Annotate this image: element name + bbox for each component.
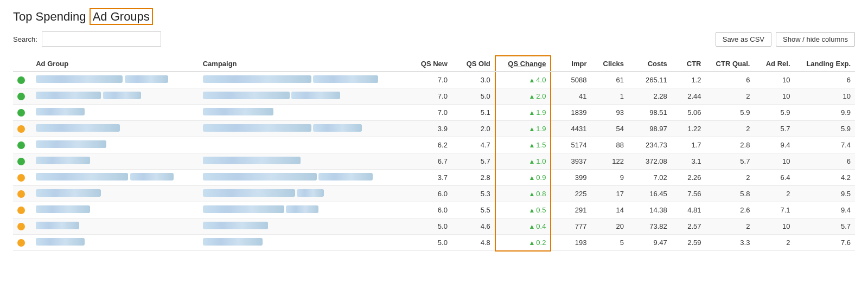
table-row: 6.24.7▲1.5517488234.731.72.89.47.4 <box>13 137 855 153</box>
col-header-ctr: CTR <box>672 56 706 72</box>
status-dot-cell <box>13 218 31 235</box>
ad-group-cell <box>31 170 199 186</box>
ad-rel-cell: 2 <box>754 235 794 251</box>
campaign-cell <box>199 218 409 235</box>
costs-cell: 98.51 <box>628 105 672 121</box>
qs-old-cell: 4.7 <box>452 137 495 153</box>
qs-new-cell: 7.0 <box>409 72 452 88</box>
landing-exp-cell: 5.7 <box>795 218 855 235</box>
table-row: 7.05.0▲2.04112.282.4421010 <box>13 88 855 105</box>
impr-cell: 777 <box>551 218 591 235</box>
ctr-qual-cell: 2.8 <box>705 137 754 153</box>
status-dot <box>17 190 25 198</box>
ad-group-cell <box>31 202 199 218</box>
show-hide-columns-button[interactable]: Show / hide columns <box>776 32 855 47</box>
col-header-campaign: Campaign <box>199 56 409 72</box>
ctr-cell: 2.59 <box>672 235 706 251</box>
col-header-landing-exp: Landing Exp. <box>795 56 855 72</box>
qs-old-cell: 5.5 <box>452 202 495 218</box>
col-header-qs-old: QS Old <box>452 56 495 72</box>
ad-rel-cell: 10 <box>754 218 794 235</box>
col-header-costs: Costs <box>628 56 672 72</box>
table-row: 6.05.5▲0.52911414.384.812.67.19.4 <box>13 202 855 218</box>
status-dot-cell <box>13 235 31 251</box>
impr-cell: 5174 <box>551 137 591 153</box>
ad-group-cell <box>31 235 199 251</box>
save-csv-button[interactable]: Save as CSV <box>716 32 771 47</box>
table-row: 6.05.3▲0.82251716.457.565.829.5 <box>13 186 855 202</box>
search-input[interactable] <box>42 31 161 47</box>
clicks-cell: 5 <box>591 235 628 251</box>
table-row: 5.04.8▲0.219359.472.593.327.6 <box>13 235 855 251</box>
qs-change-cell: ▲2.0 <box>495 88 551 105</box>
qs-old-cell: 5.3 <box>452 186 495 202</box>
main-table: Ad Group Campaign QS New QS Old QS Chang… <box>13 55 855 252</box>
landing-exp-cell: 9.9 <box>795 105 855 121</box>
landing-exp-cell: 4.2 <box>795 170 855 186</box>
costs-cell: 234.73 <box>628 137 672 153</box>
status-dot-cell <box>13 105 31 121</box>
costs-cell: 9.47 <box>628 235 672 251</box>
qs-new-cell: 3.9 <box>409 121 452 137</box>
status-dot-cell <box>13 88 31 105</box>
qs-new-cell: 5.0 <box>409 235 452 251</box>
table-row: 6.75.7▲1.03937122372.083.15.7106 <box>13 153 855 170</box>
ctr-qual-cell: 3.3 <box>705 235 754 251</box>
ad-group-cell <box>31 137 199 153</box>
table-row: 7.05.1▲1.918399398.515.065.95.99.9 <box>13 105 855 121</box>
status-dot <box>17 109 25 117</box>
qs-old-cell: 2.8 <box>452 170 495 186</box>
ctr-cell: 7.56 <box>672 186 706 202</box>
ctr-qual-cell: 6 <box>705 72 754 88</box>
qs-old-cell: 3.0 <box>452 72 495 88</box>
landing-exp-cell: 9.5 <box>795 186 855 202</box>
qs-old-cell: 2.0 <box>452 121 495 137</box>
ad-rel-cell: 9.4 <box>754 137 794 153</box>
qs-change-cell: ▲1.5 <box>495 137 551 153</box>
qs-new-cell: 3.7 <box>409 170 452 186</box>
status-dot-cell <box>13 137 31 153</box>
qs-new-cell: 5.0 <box>409 218 452 235</box>
campaign-cell <box>199 170 409 186</box>
ctr-qual-cell: 5.9 <box>705 105 754 121</box>
ctr-cell: 2.57 <box>672 218 706 235</box>
qs-new-cell: 7.0 <box>409 105 452 121</box>
campaign-cell <box>199 235 409 251</box>
ad-rel-cell: 6.4 <box>754 170 794 186</box>
clicks-cell: 1 <box>591 88 628 105</box>
qs-change-cell: ▲4.0 <box>495 72 551 88</box>
status-dot-cell <box>13 202 31 218</box>
costs-cell: 98.97 <box>628 121 672 137</box>
qs-new-cell: 6.0 <box>409 186 452 202</box>
impr-cell: 5088 <box>551 72 591 88</box>
ctr-qual-cell: 2 <box>705 170 754 186</box>
col-header-qs-change[interactable]: QS Change <box>495 56 551 72</box>
ad-rel-cell: 2 <box>754 186 794 202</box>
impr-cell: 291 <box>551 202 591 218</box>
clicks-cell: 122 <box>591 153 628 170</box>
landing-exp-cell: 6 <box>795 153 855 170</box>
campaign-cell <box>199 137 409 153</box>
status-dot-cell <box>13 170 31 186</box>
col-header-impr: Impr <box>551 56 591 72</box>
status-dot <box>17 93 25 100</box>
landing-exp-cell: 6 <box>795 72 855 88</box>
qs-old-cell: 4.8 <box>452 235 495 251</box>
ad-group-cell <box>31 105 199 121</box>
ctr-cell: 4.81 <box>672 202 706 218</box>
ad-rel-cell: 10 <box>754 72 794 88</box>
col-header-ad-group: Ad Group <box>31 56 199 72</box>
landing-exp-cell: 9.4 <box>795 202 855 218</box>
col-header-status <box>13 56 31 72</box>
impr-cell: 193 <box>551 235 591 251</box>
ad-group-cell <box>31 72 199 88</box>
status-dot <box>17 141 25 149</box>
qs-new-cell: 6.0 <box>409 202 452 218</box>
campaign-cell <box>199 88 409 105</box>
ad-group-cell <box>31 153 199 170</box>
ad-rel-cell: 7.1 <box>754 202 794 218</box>
qs-old-cell: 5.0 <box>452 88 495 105</box>
ctr-cell: 2.44 <box>672 88 706 105</box>
qs-new-cell: 7.0 <box>409 88 452 105</box>
status-dot-cell <box>13 186 31 202</box>
